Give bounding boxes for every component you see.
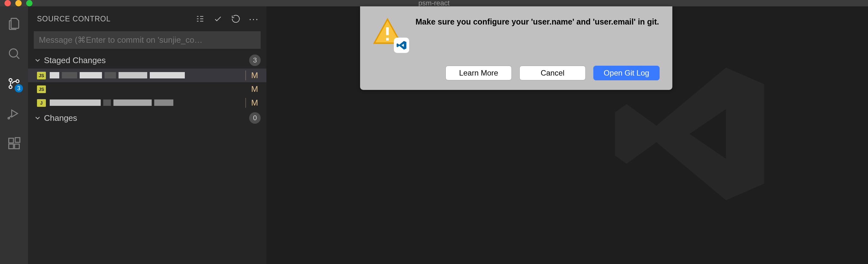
- svg-point-3: [16, 80, 19, 83]
- refresh-icon[interactable]: [231, 14, 241, 24]
- svg-rect-5: [9, 138, 14, 143]
- extensions-icon: [7, 137, 21, 150]
- maximize-window-button[interactable]: [26, 0, 32, 6]
- chevron-down-icon: [34, 114, 41, 122]
- svg-rect-8: [15, 138, 20, 143]
- commit-icon[interactable]: [213, 14, 223, 24]
- panel-title: SOURCE CONTROL: [37, 15, 111, 23]
- svg-rect-7: [15, 144, 20, 149]
- js-file-icon: J: [37, 99, 46, 107]
- close-window-button[interactable]: [4, 0, 11, 6]
- staged-file-row[interactable]: JS M: [28, 68, 267, 82]
- js-file-icon: JS: [37, 72, 46, 79]
- changes-count: 0: [249, 112, 261, 124]
- git-config-dialog: Make sure you configure your 'user.name'…: [360, 6, 672, 90]
- learn-more-button[interactable]: Learn More: [445, 66, 512, 80]
- minimize-window-button[interactable]: [15, 0, 22, 6]
- svg-point-0: [9, 49, 18, 57]
- status-modified: M: [251, 70, 261, 80]
- debug-icon: [7, 107, 21, 120]
- activity-run-debug[interactable]: [6, 106, 22, 121]
- changes-label: Changes: [44, 113, 247, 123]
- window-controls: [4, 0, 32, 6]
- svg-rect-10: [386, 38, 389, 40]
- activity-source-control[interactable]: 3: [6, 76, 22, 91]
- svg-rect-6: [9, 144, 14, 149]
- files-icon: [7, 17, 21, 31]
- chevron-down-icon: [34, 56, 41, 64]
- svg-point-1: [9, 79, 12, 81]
- svg-point-2: [9, 85, 12, 88]
- dialog-message: Make sure you configure your 'user.name'…: [415, 17, 659, 27]
- staged-changes-section[interactable]: Staged Changes 3: [28, 52, 267, 68]
- open-git-log-button[interactable]: Open Git Log: [593, 66, 660, 80]
- search-icon: [7, 47, 21, 61]
- more-actions-icon[interactable]: ···: [249, 13, 259, 24]
- scm-badge: 3: [15, 84, 23, 92]
- svg-point-4: [8, 117, 9, 119]
- activity-explorer[interactable]: [6, 16, 22, 31]
- staged-file-row[interactable]: J M: [28, 96, 267, 110]
- titlebar: psm-react: [0, 0, 868, 6]
- source-control-panel: SOURCE CONTROL ··· Staged Changes 3 JS M: [28, 6, 267, 264]
- status-modified: M: [251, 98, 261, 108]
- js-file-icon: JS: [37, 85, 46, 93]
- commit-message-input[interactable]: [34, 31, 261, 49]
- vscode-badge-icon: [394, 38, 409, 53]
- staged-count: 3: [249, 55, 261, 66]
- status-modified: M: [251, 84, 261, 94]
- activity-extensions[interactable]: [6, 136, 22, 151]
- warning-icon: [372, 17, 406, 51]
- activity-bar: 3: [0, 6, 28, 264]
- staged-changes-label: Staged Changes: [44, 56, 247, 65]
- view-as-tree-icon[interactable]: [195, 14, 205, 24]
- changes-section[interactable]: Changes 0: [28, 110, 267, 126]
- svg-rect-9: [386, 27, 389, 35]
- staged-file-row[interactable]: JS M: [28, 82, 267, 96]
- activity-search[interactable]: [6, 46, 22, 61]
- cancel-button[interactable]: Cancel: [519, 66, 586, 80]
